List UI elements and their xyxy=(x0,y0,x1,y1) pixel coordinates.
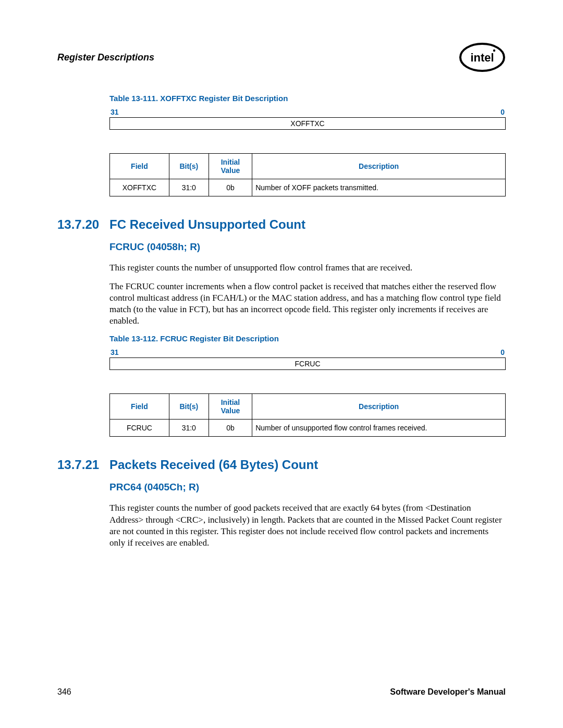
header-title: Register Descriptions xyxy=(57,52,154,63)
intel-logo-icon: intel xyxy=(459,42,506,73)
cell-field: FCRUC xyxy=(110,419,169,437)
col-init: Initial Value xyxy=(209,394,252,419)
bit-range-row: 31 0 xyxy=(109,348,506,357)
body-paragraph: This register counts the number of good … xyxy=(109,502,506,548)
section-13-7-20-heading: 13.7.20 FC Received Unsupported Count xyxy=(57,217,506,232)
page-number: 346 xyxy=(57,687,71,697)
svg-point-2 xyxy=(493,50,495,52)
col-field: Field xyxy=(110,394,169,419)
body-paragraph: This register counts the number of unsup… xyxy=(109,262,506,274)
bitfield-box: FCRUC xyxy=(109,357,506,370)
bit-hi: 31 xyxy=(111,108,119,116)
section-title: FC Received Unsupported Count xyxy=(109,217,305,232)
page-header: Register Descriptions intel xyxy=(57,42,506,73)
col-desc: Description xyxy=(252,154,506,179)
cell-field: XOFFTXC xyxy=(110,179,169,196)
bitfield-box: XOFFTXC xyxy=(109,117,506,130)
table-header-row: Field Bit(s) Initial Value Description xyxy=(110,154,506,179)
bit-range-row: 31 0 xyxy=(109,108,506,117)
cell-bits: 31:0 xyxy=(169,419,209,437)
manual-title: Software Developer's Manual xyxy=(390,687,506,697)
page: Register Descriptions intel Table 13-111… xyxy=(0,0,563,728)
table-111-caption: Table 13-111. XOFFTXC Register Bit Descr… xyxy=(109,94,506,103)
section-title: Packets Received (64 Bytes) Count xyxy=(109,458,318,472)
col-bits: Bit(s) xyxy=(169,154,209,179)
table-header-row: Field Bit(s) Initial Value Description xyxy=(110,394,506,419)
col-bits: Bit(s) xyxy=(169,394,209,419)
col-desc: Description xyxy=(252,394,506,419)
bit-lo: 0 xyxy=(500,108,505,116)
col-init: Initial Value xyxy=(209,154,252,179)
table-row: XOFFTXC 31:0 0b Number of XOFF packets t… xyxy=(110,179,506,196)
bit-lo: 0 xyxy=(500,348,505,356)
cell-desc: Number of XOFF packets transmitted. xyxy=(252,179,506,196)
body-paragraph: The FCRUC counter increments when a flow… xyxy=(109,281,506,327)
page-footer: 346 Software Developer's Manual xyxy=(57,687,506,697)
bit-hi: 31 xyxy=(111,348,119,356)
cell-init: 0b xyxy=(209,419,252,437)
register-subtitle: FCRUC (04058h; R) xyxy=(109,241,506,253)
table-112-caption: Table 13-112. FCRUC Register Bit Descrip… xyxy=(109,334,506,343)
section-number: 13.7.21 xyxy=(57,458,109,472)
cell-bits: 31:0 xyxy=(169,179,209,196)
section-number: 13.7.20 xyxy=(57,217,109,232)
table-112: Field Bit(s) Initial Value Description F… xyxy=(109,393,506,437)
table-row: FCRUC 31:0 0b Number of unsupported flow… xyxy=(110,419,506,437)
section-13-7-21-heading: 13.7.21 Packets Received (64 Bytes) Coun… xyxy=(57,458,506,472)
table-111: Field Bit(s) Initial Value Description X… xyxy=(109,153,506,196)
cell-desc: Number of unsupported flow control frame… xyxy=(252,419,506,437)
cell-init: 0b xyxy=(209,179,252,196)
svg-text:intel: intel xyxy=(470,51,494,64)
register-subtitle: PRC64 (0405Ch; R) xyxy=(109,482,506,493)
col-field: Field xyxy=(110,154,169,179)
